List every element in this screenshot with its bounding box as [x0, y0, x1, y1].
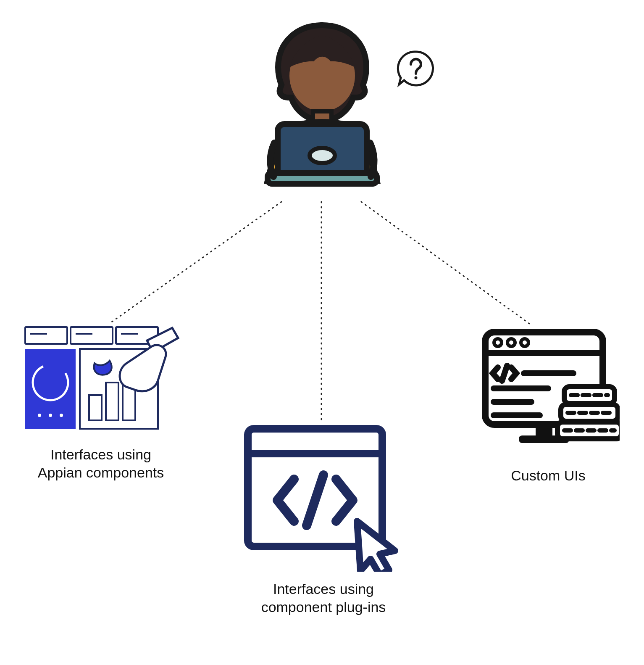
- diagram-canvas: Interfaces using Appian components Inter…: [0, 0, 644, 665]
- svg-rect-21: [106, 383, 118, 420]
- option-component-plugins: Interfaces using component plug-ins: [235, 420, 412, 616]
- question-mark-bubble-icon: [395, 48, 437, 90]
- svg-rect-31: [536, 425, 552, 435]
- developer-at-laptop-icon: [234, 17, 410, 193]
- option-custom-uis: Custom UIs: [471, 324, 626, 485]
- dashboard-design-icon: [21, 324, 181, 437]
- svg-point-18: [60, 414, 63, 417]
- option-label: Interfaces using component plug-ins: [261, 580, 386, 616]
- svg-rect-8: [25, 327, 67, 344]
- option-appian-components: Interfaces using Appian components: [17, 324, 185, 481]
- svg-point-7: [415, 77, 418, 79]
- svg-point-17: [49, 414, 52, 417]
- svg-line-2: [361, 202, 529, 324]
- custom-ui-monitor-icon: [477, 324, 620, 458]
- option-label: Custom UIs: [511, 467, 586, 485]
- svg-rect-9: [71, 327, 113, 344]
- svg-rect-6: [268, 173, 377, 184]
- svg-point-16: [38, 414, 41, 417]
- code-window-cursor-icon: [239, 420, 407, 572]
- svg-rect-24: [248, 450, 382, 457]
- svg-point-5: [310, 148, 335, 163]
- option-label: Interfaces using Appian components: [38, 446, 164, 481]
- svg-line-0: [109, 202, 281, 324]
- svg-rect-20: [89, 395, 102, 420]
